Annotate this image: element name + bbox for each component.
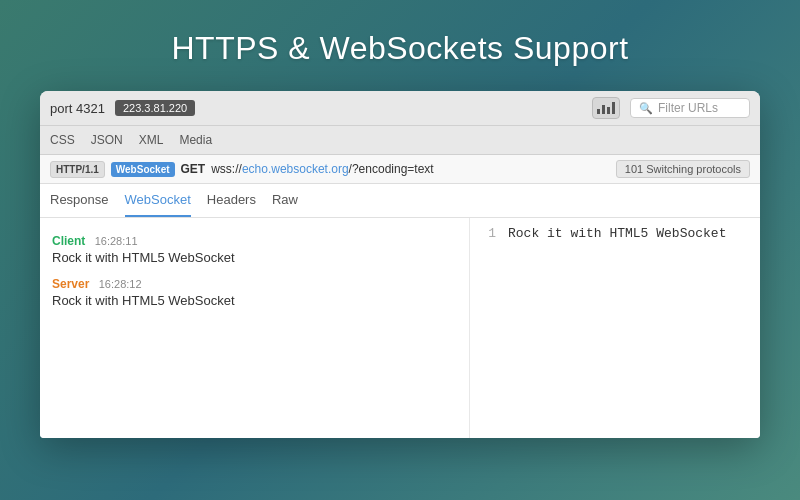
filter-box[interactable]: 🔍 Filter URLs	[630, 98, 750, 118]
status-badge: 101 Switching protocols	[616, 160, 750, 178]
sender-server-label: Server	[52, 277, 89, 291]
sender-client: Client 16:28:11	[52, 234, 457, 248]
sender-server: Server 16:28:12	[52, 277, 457, 291]
url-path: /?encoding=text	[349, 162, 434, 176]
tab-css[interactable]: CSS	[50, 130, 75, 154]
sub-tabs: Response WebSocket Headers Raw	[40, 184, 760, 218]
request-bar: HTTP/1.1 WebSocket GET wss://echo.websoc…	[40, 155, 760, 184]
tab-xml[interactable]: XML	[139, 130, 164, 154]
server-time: 16:28:12	[99, 278, 142, 290]
sender-client-label: Client	[52, 234, 85, 248]
server-message: Rock it with HTML5 WebSocket	[52, 293, 457, 308]
content-area: Client 16:28:11 Rock it with HTML5 WebSo…	[40, 218, 760, 438]
search-icon: 🔍	[639, 102, 653, 115]
client-message: Rock it with HTML5 WebSocket	[52, 250, 457, 265]
method-label: GET	[181, 162, 206, 176]
type-badge: WebSocket	[111, 162, 175, 177]
filter-placeholder: Filter URLs	[658, 101, 718, 115]
browser-window: port 4321 223.3.81.220 🔍 Filter URLs CSS…	[40, 91, 760, 438]
line-number: 1	[480, 226, 496, 241]
protocol-badge: HTTP/1.1	[50, 161, 105, 178]
list-item: Server 16:28:12 Rock it with HTML5 WebSo…	[40, 271, 469, 314]
subtab-websocket[interactable]: WebSocket	[125, 184, 191, 217]
url-scheme: wss://	[211, 162, 242, 176]
messages-panel: Client 16:28:11 Rock it with HTML5 WebSo…	[40, 218, 470, 438]
tab-json[interactable]: JSON	[91, 130, 123, 154]
url-host: echo.websocket.org	[242, 162, 349, 176]
subtab-response[interactable]: Response	[50, 184, 109, 217]
nav-tabs: CSS JSON XML Media	[40, 126, 760, 155]
code-line: 1 Rock it with HTML5 WebSocket	[480, 226, 750, 241]
code-panel: 1 Rock it with HTML5 WebSocket	[470, 218, 760, 438]
page-title: HTTPS & WebSockets Support	[171, 30, 628, 67]
list-item: Client 16:28:11 Rock it with HTML5 WebSo…	[40, 228, 469, 271]
tab-media[interactable]: Media	[179, 130, 212, 154]
client-time: 16:28:11	[95, 235, 138, 247]
chart-button[interactable]	[592, 97, 620, 119]
subtab-raw[interactable]: Raw	[272, 184, 298, 217]
line-content: Rock it with HTML5 WebSocket	[508, 226, 726, 241]
port-label: port 4321	[50, 101, 105, 116]
ip-badge: 223.3.81.220	[115, 100, 195, 116]
request-url: wss://echo.websocket.org/?encoding=text	[211, 162, 610, 176]
top-bar: port 4321 223.3.81.220 🔍 Filter URLs	[40, 91, 760, 126]
chart-icon	[597, 102, 615, 114]
subtab-headers[interactable]: Headers	[207, 184, 256, 217]
